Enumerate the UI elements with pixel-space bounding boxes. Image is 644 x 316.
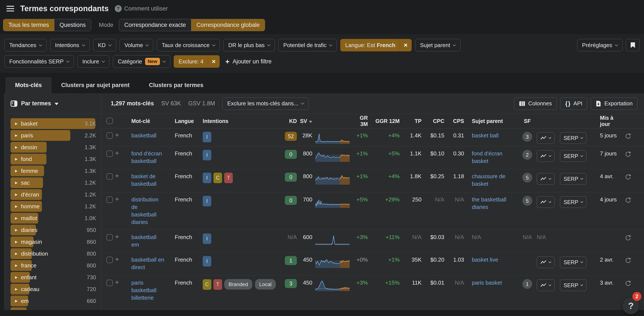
- sidebar-term-d-cran[interactable]: ▶d'écran1.2K: [10, 189, 101, 200]
- row-checkbox[interactable]: [106, 128, 115, 141]
- hamburger-menu-icon[interactable]: [6, 6, 14, 12]
- position-history-button[interactable]: [537, 280, 554, 291]
- sidebar-term-dessin[interactable]: ▶dessin1.3K: [10, 142, 101, 153]
- sidebar-term-homme[interactable]: ▶homme1.2K: [10, 201, 101, 212]
- row-checkbox[interactable]: [106, 146, 115, 159]
- row-checkbox[interactable]: [106, 276, 115, 288]
- filter-chip-cat-gorie[interactable]: CatégorieNew: [113, 55, 170, 68]
- add-to-list-button[interactable]: +: [115, 252, 125, 264]
- serp-dropdown-button[interactable]: SERP: [560, 150, 586, 162]
- select-all-checkbox[interactable]: [106, 117, 115, 125]
- api-button[interactable]: { } API: [560, 98, 587, 110]
- sidebar-term-partial[interactable]: [10, 308, 101, 310]
- serp-dropdown-button[interactable]: SERP: [560, 173, 586, 185]
- col-language[interactable]: Langue: [166, 118, 194, 124]
- position-history-button[interactable]: [537, 132, 554, 144]
- sidebar-term-magasin[interactable]: ▶magasin860: [10, 236, 101, 247]
- position-history-button[interactable]: [537, 150, 554, 162]
- keyword-link[interactable]: paris basketball billetterie: [131, 279, 156, 302]
- filter-chip-potentiel-de-trafic[interactable]: Potentiel de trafic: [278, 39, 337, 52]
- col-ggr12m[interactable]: GGR 12M: [368, 118, 400, 124]
- refresh-button[interactable]: [625, 174, 631, 182]
- filter-chip-volume[interactable]: Volume: [120, 39, 154, 52]
- row-checkbox[interactable]: [106, 252, 115, 265]
- position-history-button[interactable]: [537, 256, 554, 268]
- parent-topic-link[interactable]: basket ball: [472, 132, 498, 139]
- col-sv[interactable]: SV: [297, 118, 312, 124]
- sidebar-term-france[interactable]: ▶france800: [10, 260, 101, 271]
- col-keyword[interactable]: Mot-clé: [125, 118, 166, 124]
- filter-chip-intentions[interactable]: Intentions: [50, 39, 90, 52]
- col-cpc[interactable]: CPC: [422, 118, 444, 124]
- add-to-list-button[interactable]: +: [115, 192, 125, 203]
- refresh-button[interactable]: [625, 257, 631, 266]
- refresh-button[interactable]: [625, 133, 631, 142]
- sidebar-term-cadeau[interactable]: ▶cadeau720: [10, 284, 101, 294]
- columns-button[interactable]: Colonnes: [514, 98, 557, 110]
- add-to-list-button[interactable]: +: [115, 128, 125, 139]
- filter-chip-taux-de-croissance[interactable]: Taux de croissance: [157, 39, 220, 52]
- serp-dropdown-button[interactable]: SERP: [560, 256, 586, 268]
- tab-all-terms[interactable]: Tous les termes: [3, 19, 54, 31]
- row-checkbox[interactable]: [106, 169, 115, 182]
- col-parent-topic[interactable]: Sujet parent: [464, 118, 518, 124]
- position-history-button[interactable]: [537, 173, 554, 185]
- refresh-button[interactable]: [625, 151, 631, 160]
- col-updated[interactable]: Mis à jour: [590, 115, 625, 127]
- col-sf[interactable]: SF: [518, 118, 537, 124]
- sidebar-term-em[interactable]: ▶em660: [10, 296, 101, 306]
- tab-keywords[interactable]: Mots-clés: [5, 77, 52, 93]
- filter-chip-kd[interactable]: KD: [93, 39, 116, 52]
- sidebar-term-maillot[interactable]: ▶maillot1.0K: [10, 213, 101, 224]
- remove-filter-button[interactable]: ×: [400, 39, 412, 51]
- keyword-link[interactable]: basket de basketball: [131, 172, 156, 188]
- tab-questions[interactable]: Questions: [54, 19, 91, 31]
- add-to-list-button[interactable]: +: [115, 276, 125, 286]
- filter-chip-dr-le-plus-bas[interactable]: DR le plus bas: [223, 39, 275, 52]
- col-intents[interactable]: Intentions: [194, 118, 280, 124]
- keyword-link[interactable]: basketball en direct: [131, 256, 164, 271]
- keyword-link[interactable]: distribution de basketball diaries: [131, 196, 158, 226]
- tab-clusters-parent-topic[interactable]: Clusters par sujet parent: [52, 77, 139, 93]
- serp-dropdown-button[interactable]: SERP: [560, 196, 586, 208]
- tab-exact-match[interactable]: Correspondance exacte: [119, 19, 191, 31]
- filter-chip-inclure[interactable]: Inclure: [78, 55, 110, 68]
- sidebar-term-distribution[interactable]: ▶distribution800: [10, 248, 101, 259]
- refresh-button[interactable]: [625, 280, 631, 289]
- parent-topic-link[interactable]: basket live: [472, 256, 498, 264]
- sidebar-term-sac[interactable]: ▶sac1.2K: [10, 177, 101, 188]
- exclude-keywords-dropdown[interactable]: Exclure les mots-clés dans...: [222, 98, 309, 110]
- parent-topic-link[interactable]: fond d'écran basket: [472, 150, 502, 165]
- presets-dropdown[interactable]: Préréglages: [577, 39, 622, 52]
- serp-dropdown-button[interactable]: SERP: [560, 280, 586, 291]
- how-to-use-link[interactable]: ? Comment utiliser: [115, 5, 168, 12]
- export-button[interactable]: Exportation: [591, 98, 638, 110]
- add-to-list-button[interactable]: +: [115, 146, 125, 157]
- col-kd[interactable]: KD: [280, 118, 297, 124]
- sidebar-term-paris[interactable]: ▶paris2.2K: [10, 130, 101, 141]
- filter-chip-fonctionnalit-s-serp[interactable]: Fonctionnalités SERP: [4, 55, 74, 68]
- row-checkbox[interactable]: [106, 192, 115, 205]
- parent-topic-link[interactable]: the basketball diaries: [472, 196, 506, 211]
- tab-clusters-terms[interactable]: Clusters par termes: [139, 77, 213, 93]
- position-history-button[interactable]: [537, 196, 554, 208]
- add-to-list-button[interactable]: +: [115, 230, 125, 241]
- filter-chip-langue-est[interactable]: Langue: EstFrench×: [340, 39, 412, 52]
- row-checkbox[interactable]: [106, 230, 115, 242]
- filter-chip-tendances[interactable]: Tendances: [4, 39, 47, 52]
- sidebar-term-enfant[interactable]: ▶enfant730: [10, 272, 101, 283]
- add-filter-button[interactable]: + Ajouter un filtre: [225, 58, 272, 66]
- refresh-button[interactable]: [625, 235, 631, 243]
- sidebar-term-fond[interactable]: ▶fond1.3K: [10, 154, 101, 164]
- sidebar-term-basket[interactable]: ▶basket3.1K: [10, 118, 101, 129]
- parent-topic-link[interactable]: paris basket: [472, 279, 502, 286]
- col-cps[interactable]: CPS: [444, 118, 464, 124]
- filter-chip-sujet-parent[interactable]: Sujet parent: [415, 39, 460, 52]
- col-gr3m[interactable]: GR 3M: [351, 115, 368, 127]
- serp-dropdown-button[interactable]: SERP: [560, 132, 586, 144]
- sidebar-term-diaries[interactable]: ▶diaries950: [10, 225, 101, 236]
- tab-broad-match[interactable]: Correspondance globale: [191, 19, 265, 31]
- sidebar-term-femme[interactable]: ▶femme1.3K: [10, 166, 101, 176]
- sidebar-toolbar[interactable]: Par termes: [4, 93, 101, 114]
- save-filters-button[interactable]: [626, 39, 640, 52]
